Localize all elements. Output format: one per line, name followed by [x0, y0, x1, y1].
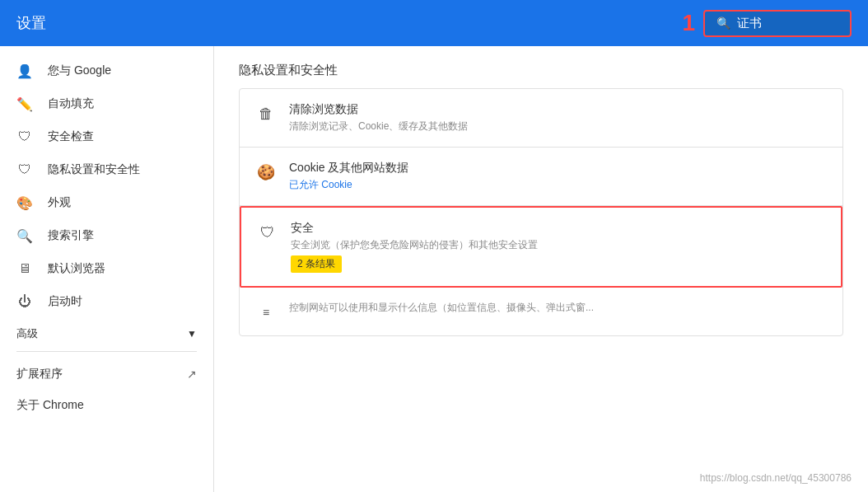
- header: 设置 1 🔍: [0, 0, 868, 46]
- card-text-security: 安全 安全浏览（保护您免受危险网站的侵害）和其他安全设置 2 条结果: [291, 221, 824, 273]
- sidebar-item-privacy[interactable]: 🛡 隐私设置和安全性: [0, 153, 213, 186]
- search-box[interactable]: 🔍: [703, 10, 852, 37]
- sidebar: 👤 您与 Google ✏️ 自动填充 🛡 安全检查 🛡 隐私设置和安全性 🎨 …: [0, 46, 214, 492]
- palette-icon: 🎨: [16, 194, 33, 211]
- watermark: https://blog.csdn.net/qq_45300786: [700, 472, 852, 484]
- sidebar-item-extensions[interactable]: 扩展程序 ↗: [0, 358, 213, 390]
- card-security[interactable]: 🛡 安全 安全浏览（保护您免受危险网站的侵害）和其他安全设置 2 条结果: [240, 206, 842, 288]
- sidebar-item-browser[interactable]: 🖥 默认浏览器: [0, 252, 213, 285]
- person-icon: 👤: [16, 63, 33, 79]
- card-text-cookie: Cookie 及其他网站数据 已允许 Cookie: [289, 161, 826, 192]
- header-right: 1 🔍: [682, 10, 852, 37]
- privacy-icon: 🛡: [16, 162, 33, 178]
- card-title-security: 安全: [291, 221, 824, 236]
- sidebar-item-safety[interactable]: 🛡 安全检查: [0, 120, 213, 153]
- sidebar-item-appearance[interactable]: 🎨 外观: [0, 186, 213, 219]
- autofill-icon: ✏️: [16, 96, 33, 112]
- main-layout: 👤 您与 Google ✏️ 自动填充 🛡 安全检查 🛡 隐私设置和安全性 🎨 …: [0, 46, 868, 492]
- card-subtitle-security: 安全浏览（保护您免受危险网站的侵害）和其他安全设置: [291, 238, 824, 252]
- sidebar-divider: [16, 351, 197, 352]
- external-link-icon: ↗: [187, 368, 197, 381]
- sidebar-item-about[interactable]: 关于 Chrome: [0, 390, 213, 421]
- card-title-cookie: Cookie 及其他网站数据: [289, 161, 826, 176]
- card-text-clear-data: 清除浏览数据 清除浏览记录、Cookie、缓存及其他数据: [289, 102, 826, 134]
- result-badge: 2 条结果: [291, 255, 342, 273]
- label-1: 1: [682, 10, 695, 36]
- sidebar-advanced-section[interactable]: 高级 ▼: [0, 318, 213, 344]
- card-subtitle-cookie: 已允许 Cookie: [289, 178, 826, 192]
- card-site-settings[interactable]: ≡ 控制网站可以使用和显示什么信息（如位置信息、摄像头、弹出式窗...: [240, 288, 842, 335]
- card-text-site: 控制网站可以使用和显示什么信息（如位置信息、摄像头、弹出式窗...: [289, 301, 826, 315]
- card-title-clear-data: 清除浏览数据: [289, 102, 826, 117]
- page-title: 设置: [16, 13, 46, 33]
- chevron-down-icon: ▼: [187, 328, 197, 340]
- card-list: 🗑 清除浏览数据 清除浏览记录、Cookie、缓存及其他数据 🍪 Cookie …: [239, 88, 843, 336]
- card-cookie[interactable]: 🍪 Cookie 及其他网站数据 已允许 Cookie: [240, 148, 842, 206]
- card-clear-data[interactable]: 🗑 清除浏览数据 清除浏览记录、Cookie、缓存及其他数据: [240, 89, 842, 148]
- security-shield-icon: 🛡: [258, 223, 278, 242]
- sidebar-item-google[interactable]: 👤 您与 Google: [0, 54, 213, 87]
- search-input[interactable]: [737, 16, 836, 30]
- search-engine-icon: 🔍: [16, 227, 33, 244]
- startup-icon: ⏻: [16, 293, 33, 310]
- card-subtitle-clear-data: 清除浏览记录、Cookie、缓存及其他数据: [289, 119, 826, 134]
- card-subtitle-site: 控制网站可以使用和显示什么信息（如位置信息、摄像头、弹出式窗...: [289, 301, 826, 315]
- cookie-icon: 🍪: [256, 162, 276, 182]
- shield-check-icon: 🛡: [16, 129, 33, 145]
- site-settings-icon: ≡: [256, 302, 276, 322]
- search-icon: 🔍: [716, 16, 730, 30]
- sidebar-item-autofill[interactable]: ✏️ 自动填充: [0, 87, 213, 120]
- section-title: 隐私设置和安全性: [239, 63, 843, 78]
- sidebar-item-search[interactable]: 🔍 搜索引擎: [0, 219, 213, 252]
- sidebar-item-startup[interactable]: ⏻ 启动时: [0, 285, 213, 318]
- content-area: 隐私设置和安全性 🗑 清除浏览数据 清除浏览记录、Cookie、缓存及其他数据 …: [214, 46, 868, 492]
- browser-icon: 🖥: [16, 260, 33, 277]
- trash-icon: 🗑: [256, 104, 276, 124]
